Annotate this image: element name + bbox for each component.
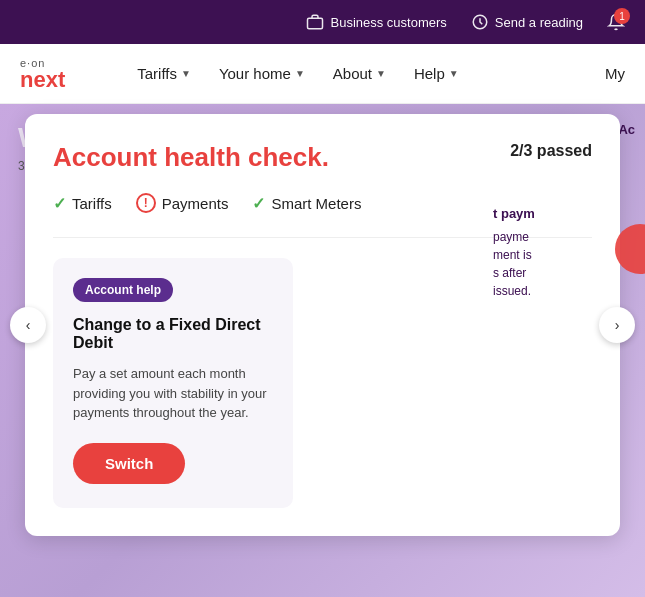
business-customers-link[interactable]: Business customers (306, 13, 446, 31)
payment-info: t paym payme ment is s after issued. (485, 204, 645, 300)
carousel-next-button[interactable]: › (599, 307, 635, 343)
send-reading-link[interactable]: Send a reading (471, 13, 583, 31)
tariffs-label: Tariffs (137, 65, 177, 82)
help-chevron-icon: ▼ (449, 68, 459, 79)
card-description: Pay a set amount each month providing yo… (73, 364, 273, 423)
nav-bar: e·on next Tariffs ▼ Your home ▼ About ▼ … (0, 44, 645, 104)
check-smart-meters-label: Smart Meters (271, 195, 361, 212)
modal-title: Account health check. (53, 142, 329, 173)
notification-count: 1 (614, 8, 630, 24)
payment-line4: issued. (493, 282, 637, 300)
carousel-prev-button[interactable]: ‹ (10, 307, 46, 343)
briefcase-icon (306, 13, 324, 31)
payment-line3: s after (493, 264, 637, 282)
main-background: Wo 392 G... Ac Account health check. 2/3… (0, 104, 645, 597)
your-home-chevron-icon: ▼ (295, 68, 305, 79)
payment-line2: ment is (493, 246, 637, 264)
check-tariffs: ✓ Tariffs (53, 194, 112, 213)
send-reading-label: Send a reading (495, 15, 583, 30)
card-tag: Account help (73, 278, 173, 302)
nav-your-home[interactable]: Your home ▼ (207, 57, 317, 90)
payment-line1: payme (493, 228, 637, 246)
nav-items: Tariffs ▼ Your home ▼ About ▼ Help ▼ (125, 57, 605, 90)
check-smart-meters: ✓ Smart Meters (252, 194, 361, 213)
tariffs-chevron-icon: ▼ (181, 68, 191, 79)
payments-warning-icon: ! (136, 193, 156, 213)
health-check-modal: Account health check. 2/3 passed ✓ Tarif… (25, 114, 620, 536)
your-home-label: Your home (219, 65, 291, 82)
account-help-card: Account help Change to a Fixed Direct De… (53, 258, 293, 508)
smart-meters-check-icon: ✓ (252, 194, 265, 213)
tariff-check-icon: ✓ (53, 194, 66, 213)
logo-next: next (20, 69, 65, 91)
logo[interactable]: e·on next (20, 57, 65, 91)
nav-help[interactable]: Help ▼ (402, 57, 471, 90)
top-bar: Business customers Send a reading 1 (0, 0, 645, 44)
notifications-link[interactable]: 1 (607, 13, 625, 31)
card-title: Change to a Fixed Direct Debit (73, 316, 273, 352)
about-label: About (333, 65, 372, 82)
modal-header: Account health check. 2/3 passed (53, 142, 592, 173)
nav-about[interactable]: About ▼ (321, 57, 398, 90)
check-payments: ! Payments (136, 193, 229, 213)
passed-badge: 2/3 passed (510, 142, 592, 160)
payment-title: t paym (493, 204, 637, 224)
right-content-partial: Ac (618, 122, 635, 137)
check-tariffs-label: Tariffs (72, 195, 112, 212)
help-label: Help (414, 65, 445, 82)
nav-my[interactable]: My (605, 65, 625, 82)
nav-tariffs[interactable]: Tariffs ▼ (125, 57, 203, 90)
switch-button[interactable]: Switch (73, 443, 185, 484)
check-payments-label: Payments (162, 195, 229, 212)
svg-rect-0 (308, 18, 323, 29)
business-customers-label: Business customers (330, 15, 446, 30)
about-chevron-icon: ▼ (376, 68, 386, 79)
meter-icon (471, 13, 489, 31)
my-label: My (605, 65, 625, 82)
